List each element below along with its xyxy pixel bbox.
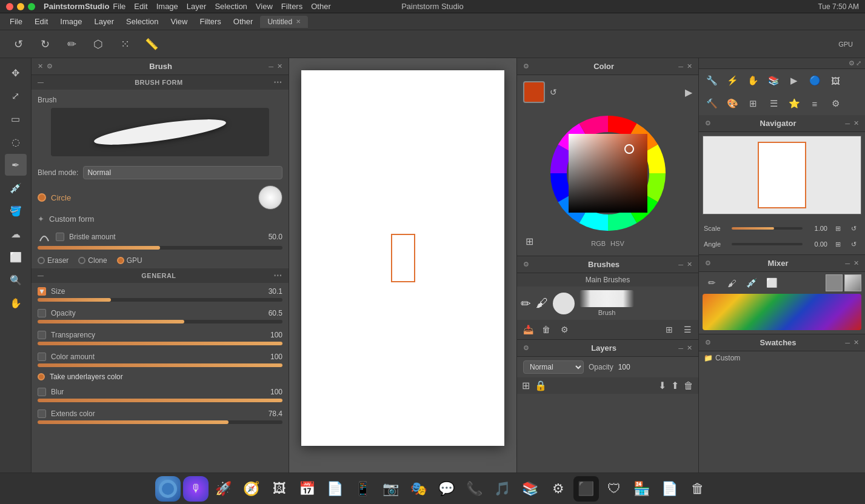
- menu-other[interactable]: Other: [229, 15, 258, 28]
- extends-color-checkbox[interactable]: [38, 409, 46, 418]
- scale-fit-btn[interactable]: ⊞: [831, 222, 844, 235]
- mixer-eyedrop-icon[interactable]: 💉: [743, 274, 761, 292]
- bristle-slider-track[interactable]: [38, 246, 282, 250]
- canvas-area[interactable]: [289, 58, 516, 472]
- lock-layer-btn[interactable]: 🔒: [535, 380, 547, 391]
- dock-launchpad[interactable]: 🚀: [211, 476, 236, 502]
- minimize-icon[interactable]: ─: [678, 345, 683, 352]
- tool-icon-7[interactable]: 🖼: [826, 71, 844, 90]
- menu-layer[interactable]: Layer: [187, 2, 207, 11]
- mixer-fill-icon[interactable]: 🖌: [723, 274, 741, 292]
- menu-edit[interactable]: Edit: [30, 15, 53, 28]
- dock-siri[interactable]: 🎙: [183, 476, 209, 502]
- settings-icon[interactable]: ⚙: [849, 59, 855, 67]
- close-panel-btn[interactable]: ✕: [277, 62, 282, 70]
- dock-doc[interactable]: 📄: [657, 476, 683, 502]
- menu-view[interactable]: View: [256, 2, 273, 11]
- menu-image[interactable]: Image: [55, 15, 87, 28]
- menu-edit[interactable]: Edit: [134, 2, 147, 11]
- brush-settings-btn[interactable]: ⚙: [557, 322, 572, 337]
- zoom-tool[interactable]: 🔍: [5, 269, 27, 291]
- hsv-label[interactable]: HSV: [610, 240, 624, 247]
- transparency-checkbox[interactable]: [38, 331, 46, 339]
- tab-close-button[interactable]: ✕: [296, 18, 301, 25]
- section-collapse-general[interactable]: ─: [38, 271, 44, 280]
- gpu-option[interactable]: GPU: [117, 256, 142, 265]
- measure-button[interactable]: 📏: [141, 33, 162, 55]
- clone-option[interactable]: Clone: [78, 256, 107, 265]
- crop-icon[interactable]: ⊞: [526, 236, 533, 247]
- color-amount-checkbox[interactable]: [38, 353, 46, 361]
- tool-icon-1[interactable]: 🔧: [703, 71, 721, 90]
- close-icon[interactable]: ✕: [853, 339, 859, 346]
- tool-icon-13[interactable]: ≡: [806, 94, 824, 113]
- tool-icon-11[interactable]: ☰: [764, 94, 783, 113]
- take-underlayers-radio[interactable]: [38, 373, 45, 380]
- mixer-brush-icon[interactable]: ✏: [703, 274, 721, 292]
- scatter-button[interactable]: ⁙: [114, 33, 136, 55]
- undo-button[interactable]: ↺: [7, 33, 29, 55]
- settings-icon[interactable]: ⚙: [705, 339, 711, 346]
- close-icon[interactable]: ✕: [687, 260, 692, 268]
- merge-all-btn[interactable]: ⬆: [671, 380, 679, 391]
- close-panel-icon[interactable]: ✕: [38, 62, 43, 70]
- tool-icon-6[interactable]: 🔵: [806, 71, 824, 90]
- dock-settings[interactable]: ⚙: [546, 476, 571, 502]
- settings-icon[interactable]: ⚙: [705, 119, 711, 127]
- close-icon[interactable]: ✕: [687, 344, 692, 352]
- add-layer-btn[interactable]: ⊞: [522, 380, 530, 391]
- blend-mode-select[interactable]: Normal Multiply Screen: [83, 166, 282, 179]
- menu-selection[interactable]: Selection: [215, 2, 247, 11]
- lasso-tool[interactable]: ◌: [5, 131, 27, 153]
- minimize-icon[interactable]: ─: [845, 120, 850, 127]
- dock-trash[interactable]: 🗑: [685, 476, 710, 502]
- blur-checkbox[interactable]: [38, 388, 46, 396]
- transform-tool[interactable]: ⤢: [5, 85, 27, 107]
- menu-selection[interactable]: Selection: [121, 15, 163, 28]
- size-slider-track[interactable]: [38, 298, 282, 302]
- menu-file[interactable]: File: [5, 15, 27, 28]
- bristle-checkbox[interactable]: [56, 233, 64, 241]
- angle-fit-btn[interactable]: ⊞: [831, 237, 844, 251]
- smudge-tool[interactable]: ☁: [5, 223, 27, 245]
- close-icon[interactable]: ✕: [853, 259, 859, 267]
- eyedropper-tool[interactable]: 💉: [5, 177, 27, 199]
- minimize-icon[interactable]: ─: [845, 260, 850, 267]
- layer-blend-select[interactable]: Normal Multiply: [523, 360, 584, 374]
- circle-radio[interactable]: [38, 193, 46, 202]
- tool-icon-14[interactable]: ⚙: [826, 94, 844, 113]
- angle-slider-track[interactable]: [732, 243, 803, 245]
- general-options-icon[interactable]: ⋯: [273, 271, 282, 280]
- close-button[interactable]: [6, 3, 13, 10]
- dock-calendar[interactable]: 📅: [295, 476, 320, 502]
- brush-list-item-1[interactable]: ✏: [521, 296, 531, 311]
- extends-color-slider-track[interactable]: [38, 420, 282, 424]
- color-amount-slider-track[interactable]: [38, 363, 282, 367]
- tool-icon-3[interactable]: ✋: [744, 71, 762, 90]
- tool-icon-5[interactable]: ▶: [785, 71, 803, 90]
- redo-button[interactable]: ↻: [34, 33, 56, 55]
- maximize-button[interactable]: [28, 3, 35, 10]
- menu-filters[interactable]: Filters: [195, 15, 225, 28]
- circle-form-row[interactable]: Circle: [32, 183, 289, 212]
- settings-icon[interactable]: ⚙: [523, 260, 529, 268]
- dock-finder[interactable]: [155, 476, 181, 502]
- brush-list-btn[interactable]: ☰: [680, 322, 695, 337]
- add-brush-btn[interactable]: 📥: [521, 322, 535, 337]
- eraser-tool[interactable]: ⬜: [5, 246, 27, 268]
- dock-terminal[interactable]: ⬛: [573, 476, 599, 502]
- brush-list-item-2[interactable]: 🖌: [536, 296, 548, 310]
- tool-icon-2[interactable]: ⚡: [723, 71, 741, 90]
- dock-phone[interactable]: 📞: [462, 476, 487, 502]
- brush-list-item-round[interactable]: [553, 293, 575, 314]
- selection-tool[interactable]: ▭: [5, 108, 27, 130]
- transparency-slider-track[interactable]: [38, 342, 282, 345]
- pen-tool-button[interactable]: ✏: [61, 33, 82, 55]
- mirror-button[interactable]: ⬡: [87, 33, 109, 55]
- dock-music[interactable]: 🎵: [490, 476, 515, 502]
- play-icon[interactable]: ▶: [685, 87, 692, 98]
- gpu-indicator[interactable]: GPU: [833, 33, 858, 55]
- minimize-button[interactable]: [17, 3, 24, 10]
- close-icon[interactable]: ✕: [687, 62, 692, 70]
- delete-layer-btn[interactable]: 🗑: [684, 380, 693, 391]
